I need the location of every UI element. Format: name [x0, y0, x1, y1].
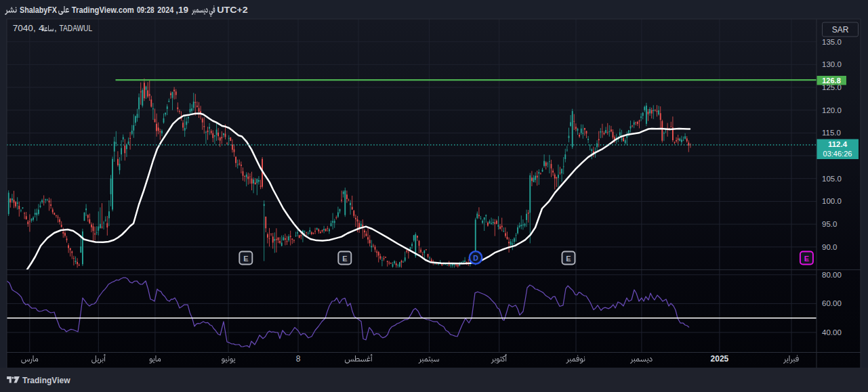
svg-text:TradingView.com: TradingView.com	[72, 5, 134, 15]
svg-text:90.0: 90.0	[822, 243, 837, 251]
svg-text:130.0: 130.0	[822, 60, 842, 68]
svg-text:2025: 2025	[711, 354, 729, 364]
svg-text:115.0: 115.0	[822, 129, 841, 137]
svg-text:D: D	[473, 254, 478, 262]
svg-text:E: E	[804, 255, 809, 263]
svg-text:126.8: 126.8	[822, 77, 841, 85]
svg-text:09:28: 09:28	[137, 5, 154, 15]
svg-text:60.00: 60.00	[822, 299, 842, 307]
svg-text:E: E	[566, 255, 571, 263]
svg-text:E: E	[243, 255, 248, 263]
svg-text:E: E	[342, 255, 347, 263]
svg-text:120.0: 120.0	[822, 106, 842, 114]
svg-text:8: 8	[296, 354, 301, 364]
svg-text:40.00: 40.00	[822, 328, 842, 336]
svg-text:,: ,	[54, 23, 57, 33]
svg-text:95.0: 95.0	[822, 220, 837, 228]
svg-text:ShalabyFX: ShalabyFX	[20, 5, 57, 15]
svg-text:7040,: 7040,	[13, 23, 36, 33]
svg-text:112.4: 112.4	[828, 140, 848, 148]
svg-text:TradingView: TradingView	[22, 375, 70, 385]
svg-text:2024: 2024	[157, 5, 173, 15]
svg-text:100.0: 100.0	[822, 197, 842, 205]
svg-text:80.00: 80.00	[822, 271, 842, 279]
svg-text:SAR: SAR	[832, 25, 849, 35]
svg-text:,19: ,19	[175, 5, 188, 15]
svg-text:UTC+2: UTC+2	[217, 5, 248, 15]
svg-text:03:46:26: 03:46:26	[823, 150, 852, 158]
svg-text:135.0: 135.0	[822, 38, 842, 46]
svg-text:TADAWUL: TADAWUL	[60, 23, 93, 33]
svg-text:105.0: 105.0	[822, 175, 842, 183]
